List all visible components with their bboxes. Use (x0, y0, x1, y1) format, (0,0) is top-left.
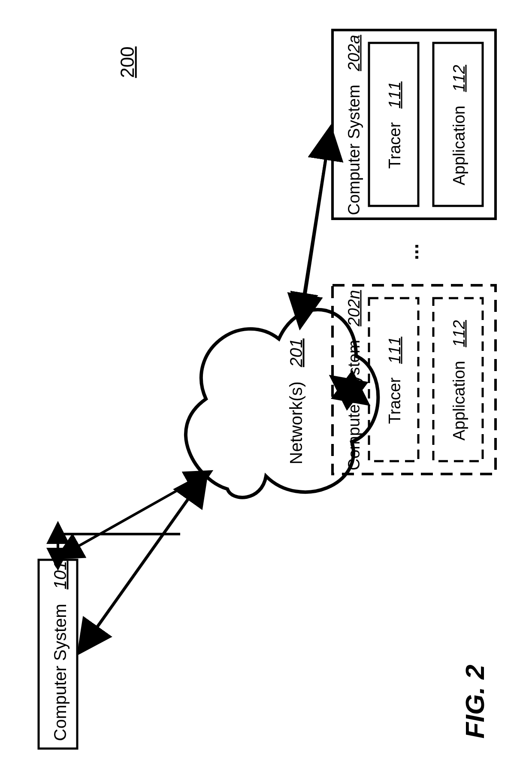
network-text: Network(s) (287, 381, 305, 464)
right-top-title-ref: 202a (345, 35, 363, 71)
right-top-title-text: Computer System (345, 85, 363, 215)
ellipsis: ... (400, 244, 423, 260)
right-bottom-title-text: Computer System (345, 340, 363, 470)
right-bottom-tracer-text: Tracer (386, 377, 404, 424)
right-top-app: Application 112 (450, 61, 469, 190)
left-system-ref: 101 (51, 561, 70, 589)
right-top-tracer: Tracer 111 (386, 74, 404, 177)
right-bottom-app-text: Application (450, 361, 468, 441)
network-label: Network(s) 201 (287, 353, 306, 465)
diagram-stage: 200 FIG. 2 (0, 0, 532, 773)
arrow-1 (79, 474, 206, 652)
right-top-title: Computer System 202a (345, 35, 363, 215)
right-bottom-tracer: Tracer 111 (386, 329, 404, 432)
right-bottom-app-ref: 112 (450, 320, 468, 347)
right-bottom-title: Computer System 202n (345, 290, 363, 471)
arrow-2 (300, 129, 330, 326)
ellipsis-text: ... (400, 244, 423, 260)
right-bottom-title-ref: 202n (345, 290, 363, 326)
left-system-text: Computer System (51, 604, 70, 741)
right-top-tracer-ref: 111 (386, 82, 404, 109)
right-top-app-ref: 112 (450, 65, 468, 92)
left-system-label: Computer System 101 (51, 570, 70, 741)
right-bottom-tracer-ref: 111 (386, 337, 404, 364)
right-top-tracer-text: Tracer (386, 122, 404, 169)
right-bottom-app: Application 112 (450, 316, 469, 445)
right-top-app-text: Application (450, 106, 468, 185)
network-ref: 201 (287, 338, 305, 367)
